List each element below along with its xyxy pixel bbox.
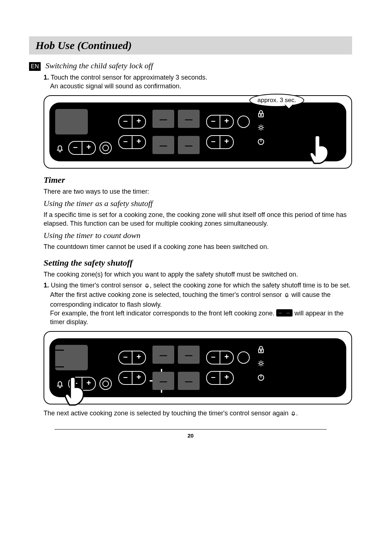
plusminus-button[interactable]: –+ (206, 371, 234, 385)
bell-icon (144, 282, 150, 290)
hand-pointer-icon (62, 374, 87, 407)
plusminus-button[interactable]: –+ (118, 351, 146, 364)
plusminus-button[interactable]: –+ (206, 351, 234, 364)
zone-select-icon[interactable] (99, 142, 112, 154)
timer-display: – – (55, 345, 88, 370)
bell-icon (284, 291, 290, 300)
display-dashes-inline: – – (276, 309, 293, 317)
section-child-lock: EN Switching the child safety lock off 1… (29, 61, 352, 169)
lock-icon[interactable] (256, 109, 266, 118)
shutoff-footer-text: The next active cooking zone is selected… (44, 409, 352, 418)
indicator-icon (237, 351, 250, 364)
speech-bubble: approx. 3 sec. (249, 94, 304, 107)
zone-display-active: – (152, 372, 174, 390)
zone-display: – (178, 110, 200, 128)
bell-icon (55, 143, 65, 153)
power-icon[interactable] (256, 372, 266, 382)
footer-rule (54, 429, 327, 430)
svg-point-2 (260, 126, 262, 129)
zone-display: – (152, 346, 174, 364)
heading-timer: Timer (44, 175, 352, 185)
svg-point-5 (261, 350, 262, 351)
svg-point-6 (260, 362, 262, 364)
zone-select-icon[interactable] (99, 378, 112, 390)
timer-display (55, 109, 88, 134)
zone-display: – (178, 346, 200, 364)
heading-child-lock: Switching the child safety lock off (45, 61, 153, 70)
indicator-icon (237, 116, 250, 128)
zone-display: – (178, 372, 200, 390)
section-timer: Timer There are two ways to use the time… (29, 175, 352, 251)
zone-display: – (152, 110, 174, 128)
plusminus-button[interactable]: –+ (68, 141, 96, 155)
section-setting-shutoff: Setting the safety shutoff The cooking z… (29, 258, 352, 418)
page-title: Hob Use (Continued) (29, 36, 352, 55)
timer-intro: There are two ways to use the timer: (44, 187, 352, 196)
svg-point-1 (261, 114, 262, 115)
hand-pointer-icon (306, 132, 332, 165)
heading-safety-shutoff-use: Using the timer as a safety shutoff (44, 199, 352, 208)
heading-setting-shutoff: Setting the safety shutoff (44, 258, 352, 268)
plusminus-button[interactable]: –+ (118, 135, 146, 149)
language-badge: EN (29, 62, 41, 71)
zone-display: – (178, 136, 200, 154)
child-lock-step: 1. Touch the control sensor for approxim… (44, 73, 352, 91)
control-panel-figure-2: – – –+ –+ –+ –– (44, 331, 352, 404)
plusminus-button[interactable]: –+ (206, 115, 234, 129)
shutoff-step: 1. Using the timer's control sensor , se… (44, 281, 352, 326)
power-icon[interactable] (256, 137, 266, 146)
safety-shutoff-body: If a specific time is set for a cooking … (44, 210, 352, 228)
countdown-body: The countdown timer cannot be used if a … (44, 242, 352, 251)
plusminus-button[interactable]: –+ (206, 135, 234, 149)
heat-icon (257, 359, 265, 367)
plusminus-button[interactable]: –+ (118, 115, 146, 129)
plusminus-button[interactable]: –+ (118, 371, 146, 385)
heading-countdown-use: Using the timer to count down (44, 231, 352, 240)
page-number: 20 (29, 432, 352, 439)
lock-icon[interactable] (256, 345, 266, 354)
bell-icon (290, 410, 296, 418)
zone-display: – (152, 136, 174, 154)
shutoff-intro: The cooking zone(s) for which you want t… (44, 270, 352, 279)
heat-icon (257, 124, 265, 132)
control-panel-figure-1: approx. 3 sec. –+ –+ –+ (44, 95, 352, 169)
